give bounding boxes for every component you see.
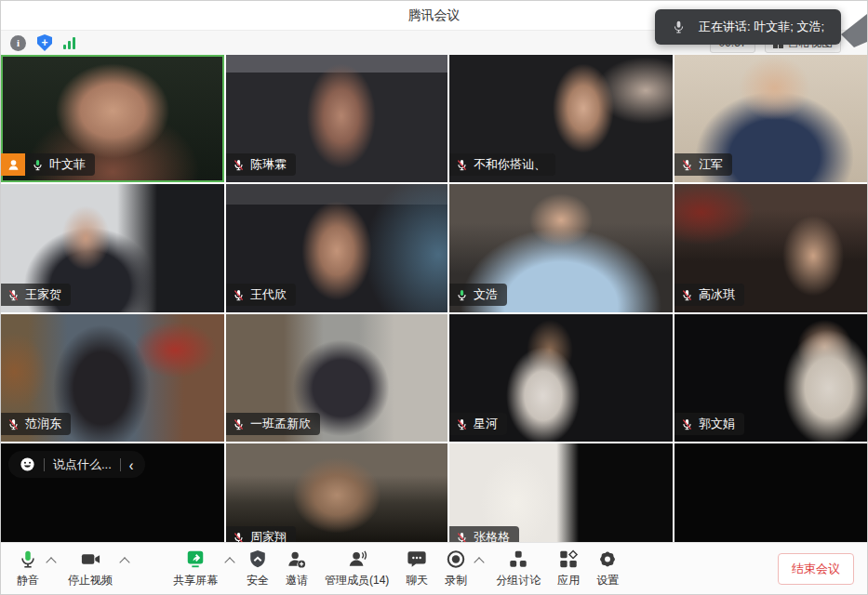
mic-status-icon	[233, 158, 245, 172]
tencent-meeting-window: 腾讯会议 i + 09:57 宫格视图 正在讲话: 叶文菲; 文浩;	[0, 0, 868, 595]
participant-tile[interactable]: 高冰琪	[674, 184, 867, 312]
participant-tile[interactable]: 王代欣	[226, 184, 447, 312]
participant-tile[interactable]: 郭文娟	[674, 314, 867, 442]
security-shield-icon	[247, 549, 268, 570]
network-signal-icon[interactable]	[63, 37, 75, 49]
share-screen-button[interactable]: 共享屏幕	[165, 546, 226, 591]
stop-video-button[interactable]: 停止视频	[60, 546, 121, 591]
chat-quick-pill[interactable]: 说点什么... ‹	[8, 451, 145, 478]
security-label: 安全	[247, 573, 269, 588]
end-meeting-button[interactable]: 结束会议	[778, 553, 854, 585]
name-label: 陈琳霖	[226, 153, 296, 176]
pointer-shape	[839, 14, 867, 47]
participant-name: 张格格	[474, 529, 510, 543]
name-label: 星河	[449, 413, 507, 435]
info-icon[interactable]: i	[10, 35, 26, 51]
apps-button[interactable]: 应用	[549, 546, 588, 591]
participant-label-row: 星河	[449, 413, 507, 435]
participant-label-row: 不和你搭讪、	[449, 153, 555, 176]
settings-button[interactable]: 设置	[588, 546, 627, 591]
participant-name: 一班孟新欣	[250, 416, 311, 432]
participant-tile[interactable]: 文浩	[449, 184, 673, 312]
invite-person-icon	[287, 549, 307, 570]
participant-tile[interactable]: 张格格	[449, 443, 673, 543]
camera-icon	[80, 549, 101, 570]
members-icon	[347, 549, 367, 570]
mic-status-icon	[7, 417, 20, 431]
name-label: 王代欣	[226, 284, 296, 306]
chevron-left-icon[interactable]: ‹	[129, 456, 134, 473]
record-button[interactable]: 录制	[436, 546, 475, 591]
participant-tile[interactable]: 范润东	[1, 314, 224, 442]
participant-label-row: 江军	[674, 153, 732, 176]
mic-status-icon	[233, 531, 245, 544]
participant-tile[interactable]: 周家翔	[226, 443, 447, 543]
name-label: 文浩	[449, 284, 507, 306]
chevron-up-icon[interactable]	[46, 557, 56, 567]
chevron-up-icon[interactable]	[119, 557, 129, 567]
participant-label-row: 郭文娟	[674, 413, 744, 435]
mic-status-icon	[456, 417, 468, 431]
participant-label-row: 王家贺	[1, 284, 71, 306]
participant-label-row: 王代欣	[226, 284, 296, 306]
name-label: 不和你搭讪、	[449, 153, 555, 176]
participant-name: 范润东	[25, 416, 61, 432]
record-icon	[446, 549, 466, 570]
participant-tile[interactable]: 王家贺	[1, 184, 224, 312]
shield-plus-icon[interactable]: +	[37, 34, 52, 51]
invite-button[interactable]: 邀请	[277, 546, 316, 591]
stop-video-label: 停止视频	[68, 573, 113, 588]
participant-name: 周家翔	[250, 529, 287, 543]
participant-tile[interactable]: 一班孟新欣	[226, 314, 447, 442]
participant-label-row: 高冰琪	[674, 284, 744, 306]
participant-tile[interactable]: 叶文菲	[1, 55, 224, 182]
participant-name: 郭文娟	[699, 416, 735, 432]
settings-label: 设置	[596, 573, 619, 588]
mic-status-icon	[233, 417, 245, 431]
mic-status-icon	[233, 288, 245, 302]
participant-name: 高冰琪	[699, 286, 735, 303]
mic-status-icon	[456, 288, 468, 302]
participant-name: 叶文菲	[49, 156, 86, 173]
chat-placeholder[interactable]: 说点什么...	[53, 456, 112, 473]
name-label: 周家翔	[226, 526, 296, 543]
mic-status-icon	[7, 288, 20, 302]
mic-icon	[672, 18, 686, 36]
mic-status-icon	[456, 531, 468, 544]
chevron-up-icon[interactable]	[224, 557, 234, 567]
mic-status-icon	[681, 288, 693, 302]
participant-label-row: 周家翔	[226, 526, 296, 543]
name-label: 江军	[674, 153, 732, 176]
participant-label-row: 叶文菲	[1, 153, 95, 176]
manage-members-label: 管理成员(14)	[325, 573, 389, 588]
participant-name: 不和你搭讪、	[474, 156, 546, 173]
participant-name: 江军	[699, 156, 723, 173]
participant-tile[interactable]: 江军	[674, 55, 867, 182]
apps-icon	[558, 549, 579, 570]
invite-label: 邀请	[286, 573, 308, 588]
mic-status-icon	[681, 417, 693, 431]
speaking-banner-text: 正在讲话: 叶文菲; 文浩;	[699, 19, 824, 35]
breakout-rooms-button[interactable]: 分组讨论	[487, 546, 549, 591]
smiley-icon[interactable]	[20, 456, 35, 472]
security-button[interactable]: 安全	[238, 546, 277, 591]
chevron-up-icon[interactable]	[474, 557, 485, 567]
apps-label: 应用	[557, 573, 580, 588]
chat-bubble-icon	[407, 549, 427, 570]
participant-tile[interactable]: 星河	[449, 314, 673, 442]
participant-name: 陈琳霖	[250, 156, 287, 173]
participant-tile[interactable]	[674, 443, 867, 543]
mic-status-icon	[681, 158, 693, 172]
mic-status-icon	[456, 158, 468, 172]
participant-tile[interactable]: 不和你搭讪、	[449, 55, 673, 182]
chat-label: 聊天	[406, 573, 428, 588]
chat-button[interactable]: 聊天	[397, 546, 436, 591]
record-label: 录制	[445, 573, 467, 588]
speaking-banner: 正在讲话: 叶文菲; 文浩;	[655, 9, 841, 45]
host-badge	[1, 153, 25, 176]
mute-button[interactable]: 静音	[8, 546, 47, 591]
name-label: 郭文娟	[674, 413, 744, 435]
participant-tile[interactable]: 陈琳霖	[226, 55, 447, 182]
participant-label-row: 范润东	[1, 413, 71, 435]
manage-members-button[interactable]: 管理成员(14)	[316, 546, 397, 591]
